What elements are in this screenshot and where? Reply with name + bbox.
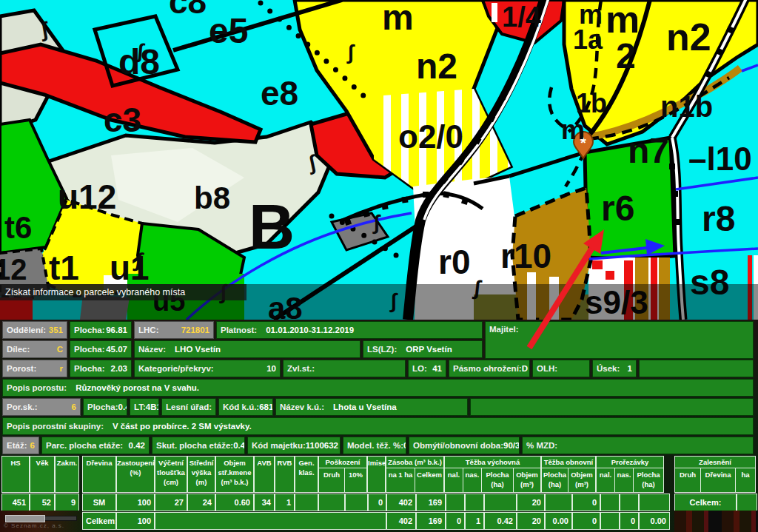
table-cell: 34 — [254, 494, 275, 511]
field-plocha: Plocha:2.03 — [70, 360, 132, 377]
table-cell: SM — [82, 494, 116, 511]
column-Výčetní: Výčetnítloušťka(cm) — [155, 456, 187, 493]
field-kategoriepřekryv: Kategorie/překryv:10 — [134, 360, 281, 377]
zoom-slider[interactable] — [4, 516, 77, 521]
map-label-u1: u1 — [110, 249, 150, 287]
column-Zakm.: Zakm. — [55, 456, 79, 493]
map-label-B: B — [249, 191, 295, 262]
column-Objem: Objem (m³) — [513, 468, 540, 492]
table-cell: 0.00 — [545, 512, 572, 530]
column-Gen.: Gen.klas. — [295, 456, 318, 493]
column-na 1 ha: na 1 ha — [386, 468, 415, 492]
column-Objem: Objem (m³) — [568, 468, 595, 492]
field-empty — [470, 398, 754, 416]
map-label-r10: r10 — [500, 237, 551, 275]
table-cell: 1 — [275, 494, 295, 511]
field-lesní-úřad: Lesní úřad: — [161, 398, 216, 416]
field-kód-majetku: Kód majetku:1100632 — [247, 437, 341, 454]
field-parc-plocha-etáže: Parc. plocha etáže:0.42 — [41, 437, 150, 454]
zoom-slider-handle[interactable] — [5, 515, 45, 522]
table-cell: 402 — [386, 512, 416, 530]
panel-row: Popis porostu:Různověký porost na V svah… — [2, 379, 758, 397]
table-cell: Celkem: — [82, 512, 116, 530]
column-Střední: Střednívýška(m) — [187, 456, 215, 493]
column-group-Prořezávky: Prořezávkynal.nas.Plocha (ha) — [596, 456, 664, 493]
table-cell: 0 — [446, 512, 465, 530]
table-cell — [620, 494, 639, 511]
map-label-–l10: –l10 — [688, 141, 752, 177]
map-label-u12: u12 — [58, 178, 116, 216]
field-model-těž: Model. těž. %:0 — [343, 437, 406, 454]
table-cell: 100 — [116, 494, 155, 511]
panel-row: Oddělení:351Plocha:96.81LHC:721801Platno… — [2, 321, 758, 339]
stand-table-header: HSVěkZakm.DřevinaZastoupení(%)Výčetnítlo… — [1, 456, 670, 493]
map-label-r8: r8 — [702, 199, 735, 238]
table-cell — [545, 494, 572, 511]
map-label-12: 12 — [0, 253, 27, 286]
map-label-m: m — [382, 0, 414, 37]
map-label-n2: n2 — [666, 16, 711, 58]
table-cell: 0 — [368, 494, 386, 511]
field-lslz: LS(LZ):ORP Vsetín — [363, 340, 483, 358]
column-Objem: Objemstř.kmene(m³ b.k.) — [215, 456, 254, 493]
field-kód-kú: Kód k.ú.:681245 — [218, 398, 273, 416]
field-empty — [639, 360, 754, 377]
table-cell: 100 — [116, 512, 155, 530]
map-label-n1b: n1b — [660, 90, 713, 123]
map-label-r6: r6 — [601, 189, 634, 228]
app-window: * c8e5d8e8c3u12t6t1u112b8Bmn21/4o2/0m1am… — [0, 0, 758, 532]
column-group-Zalesnění: ZalesněníDruhDřevinaha — [674, 456, 756, 493]
table-cell — [600, 494, 620, 511]
table-cell: 169 — [416, 512, 446, 530]
map-label-m: m — [561, 115, 585, 145]
table-cell: 27 — [155, 494, 187, 511]
map-label-2: 2 — [616, 36, 636, 75]
column-nal.: nal. — [597, 468, 614, 492]
zalesneni-header: ZalesněníDruhDřevinaha — [674, 456, 757, 493]
parcel-info-panel: Oddělení:351Plocha:96.81LHC:721801Platno… — [0, 320, 758, 532]
table-cell — [446, 494, 465, 511]
column-Celkem: Celkem — [415, 468, 443, 492]
table-cell: 1 — [465, 512, 484, 530]
map-showthrough-left: © Seznam.cz, a.s. — [0, 511, 81, 532]
column-Plocha: Plocha (ha) — [481, 468, 513, 492]
field-popis-porostu: Popis porostu:Různověký porost na V svah… — [2, 379, 754, 397]
table-row: Celkem: — [674, 494, 757, 511]
field-úsek: Úsek:1 — [592, 360, 637, 377]
map-tooltip: Získat informace o parcele vybraného mís… — [0, 284, 246, 300]
table-cell: 451 — [1, 494, 30, 511]
panel-row: Porost:rPlocha:2.03Kategorie/překryv:10Z… — [2, 360, 758, 377]
column-HS: HS — [1, 456, 30, 493]
table-cell: 402 — [386, 494, 416, 511]
stand-table: HSVěkZakm.DřevinaZastoupení(%)Výčetnítlo… — [1, 456, 670, 530]
column-group-Těžba výchovná: Těžba výchovnánal.nas.Plocha (ha)Objem (… — [444, 456, 541, 493]
map-label-o2/0: o2/0 — [398, 118, 463, 155]
table-row: Celkem:100402169010.42200.00000.00 — [1, 512, 670, 530]
table-cell — [318, 494, 345, 511]
map-label-c3: c3 — [104, 101, 141, 139]
field-zvlst: Zvl.st.: — [283, 360, 406, 377]
table-cell: 0.00 — [639, 512, 670, 530]
field-popis-porostní-skupiny: Popis porostní skupiny:V část po probírc… — [2, 417, 754, 435]
table-cell — [295, 494, 318, 511]
table-cell — [155, 512, 386, 530]
forest-map[interactable]: * c8e5d8e8c3u12t6t1u112b8Bmn21/4o2/0m1am… — [0, 0, 758, 320]
panel-row: Por.sk.:6Plocha:0.42LT:4B1Lesní úřad:Kód… — [2, 398, 758, 416]
table-cell: 0 — [620, 512, 639, 530]
table-cell — [465, 494, 484, 511]
field-plocha: Plocha:45.07 — [70, 340, 132, 358]
field-plocha: Plocha:0.42 — [83, 398, 127, 416]
column-AVB: AVB — [254, 456, 275, 493]
panel-fields: Oddělení:351Plocha:96.81LHC:721801Platno… — [2, 321, 758, 454]
table-cell: 0 — [572, 494, 600, 511]
field-mzd: % MZD: — [522, 437, 754, 454]
field-platnost: Platnost:01.01.2010-31.12.2019 — [216, 321, 483, 339]
field-skut-plocha-etáže: Skut. plocha etáže:0.42 — [152, 437, 245, 454]
table-cell: 52 — [30, 494, 55, 511]
column-Imise: Imise — [367, 456, 386, 493]
map-watermark: © Seznam.cz, a.s. — [4, 522, 64, 529]
map-label-e8: e8 — [261, 74, 298, 112]
column-group-Poškození: PoškozeníDruh10% — [318, 456, 367, 493]
panel-row: Popis porostní skupiny:V část po probírc… — [2, 417, 758, 435]
field-plocha: Plocha:96.81 — [70, 321, 132, 339]
